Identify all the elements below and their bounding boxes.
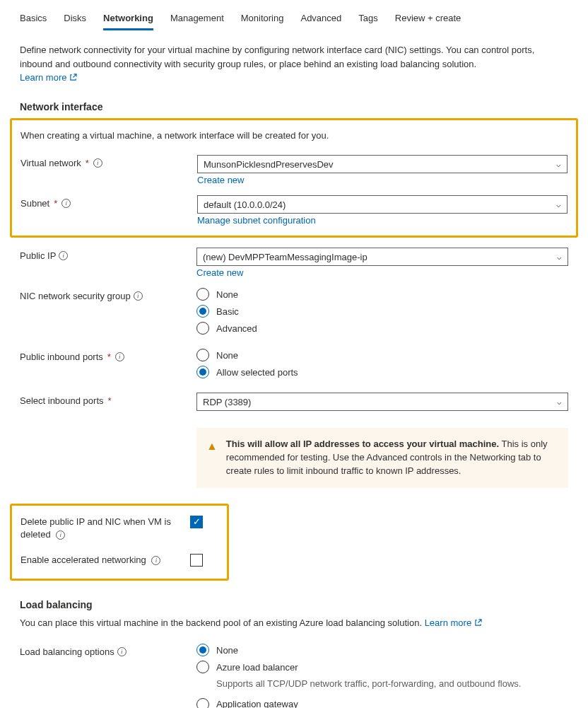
nsg-radio-basic[interactable] (196, 305, 209, 318)
chevron-down-icon: ⌵ (557, 397, 562, 407)
tab-management[interactable]: Management (170, 10, 224, 30)
nsg-option-basic: Basic (216, 306, 239, 317)
lb-option-agw: Application gateway (216, 699, 298, 708)
external-link-icon (474, 619, 482, 627)
required-icon: * (54, 198, 57, 209)
port-warning: ▲ This will allow all IP addresses to ac… (196, 428, 568, 488)
info-icon[interactable]: i (93, 158, 102, 168)
info-icon[interactable]: i (61, 199, 71, 208)
public-ip-create-new-link[interactable]: Create new (196, 267, 243, 278)
inbound-radio-allow[interactable] (196, 366, 209, 378)
required-icon: * (86, 158, 89, 168)
lb-option-alb: Azure load balancer (216, 662, 298, 673)
tab-disks[interactable]: Disks (64, 10, 86, 30)
required-icon: * (108, 395, 112, 406)
subnet-label: Subnet (20, 198, 49, 209)
tab-networking[interactable]: Networking (103, 10, 153, 30)
info-icon[interactable]: i (56, 530, 65, 540)
chevron-down-icon: ⌵ (556, 160, 561, 169)
inbound-radio-none[interactable] (196, 349, 209, 361)
tab-basics[interactable]: Basics (20, 10, 47, 30)
tab-review[interactable]: Review + create (395, 10, 461, 30)
lb-text: You can place this virtual machine in th… (20, 617, 422, 628)
subnet-select[interactable]: default (10.0.0.0/24) ⌵ (197, 195, 568, 214)
delete-nic-checkbox[interactable]: ✓ (190, 516, 203, 528)
wizard-tabs: Basics Disks Networking Management Monit… (20, 10, 568, 30)
accel-net-checkbox[interactable] (190, 554, 203, 567)
external-link-icon (69, 74, 77, 81)
section-title-network-interface: Network interface (20, 101, 568, 112)
nsg-option-advanced: Advanced (216, 323, 257, 334)
chevron-down-icon: ⌵ (557, 253, 562, 262)
nsg-option-none: None (216, 289, 238, 300)
lb-option-none: None (216, 645, 238, 656)
warning-icon: ▲ (206, 438, 218, 478)
tab-tags[interactable]: Tags (358, 10, 377, 30)
highlight-box-nic-bottom: Delete public IP and NIC when VM is dele… (10, 504, 229, 581)
lb-learn-more-link[interactable]: Learn more (425, 617, 482, 628)
intro-text: Define network connectivity for your vir… (20, 43, 568, 71)
inbound-option-none: None (216, 350, 238, 361)
delete-nic-label: Delete public IP and NIC when VM is dele… (20, 516, 171, 540)
vnet-select[interactable]: MunsonPicklesndPreservesDev ⌵ (197, 155, 568, 173)
vnet-label: Virtual network (20, 158, 81, 168)
nsg-radio-advanced[interactable] (196, 322, 209, 335)
lb-options-label: Load balancing options (20, 646, 114, 657)
learn-more-link[interactable]: Learn more (20, 72, 77, 83)
subnet-manage-link[interactable]: Manage subnet configuration (197, 215, 316, 226)
lb-radio-none[interactable] (196, 644, 209, 656)
nic-note: When creating a virtual machine, a netwo… (20, 130, 568, 141)
inbound-label: Public inbound ports (20, 352, 103, 362)
inbound-option-allow: Allow selected ports (216, 367, 298, 378)
info-icon[interactable]: i (115, 352, 124, 361)
info-icon[interactable]: i (151, 556, 160, 565)
info-icon[interactable]: i (59, 251, 68, 260)
section-title-load-balancing: Load balancing (20, 599, 568, 610)
required-icon: * (107, 352, 111, 362)
accel-net-label: Enable accelerated networking (20, 555, 146, 565)
vnet-create-new-link[interactable]: Create new (197, 175, 244, 185)
nsg-label: NIC network security group (20, 291, 131, 301)
lb-alb-desc: Supports all TCP/UDP network traffic, po… (216, 678, 568, 690)
nsg-radio-none[interactable] (196, 288, 209, 301)
select-ports-label: Select inbound ports (20, 395, 104, 406)
lb-radio-agw[interactable] (196, 698, 209, 708)
highlight-box-nic-top: When creating a virtual machine, a netwo… (10, 118, 578, 238)
lb-radio-alb[interactable] (196, 661, 209, 673)
tab-advanced[interactable]: Advanced (300, 10, 341, 30)
public-ip-select[interactable]: (new) DevMPPTeamMessagingImage-ip ⌵ (196, 248, 568, 266)
info-icon[interactable]: i (117, 647, 127, 656)
info-icon[interactable]: i (134, 291, 143, 301)
tab-monitoring[interactable]: Monitoring (241, 10, 284, 30)
select-ports-select[interactable]: RDP (3389) ⌵ (196, 393, 568, 411)
chevron-down-icon: ⌵ (556, 200, 561, 209)
public-ip-label: Public IP (20, 250, 56, 261)
